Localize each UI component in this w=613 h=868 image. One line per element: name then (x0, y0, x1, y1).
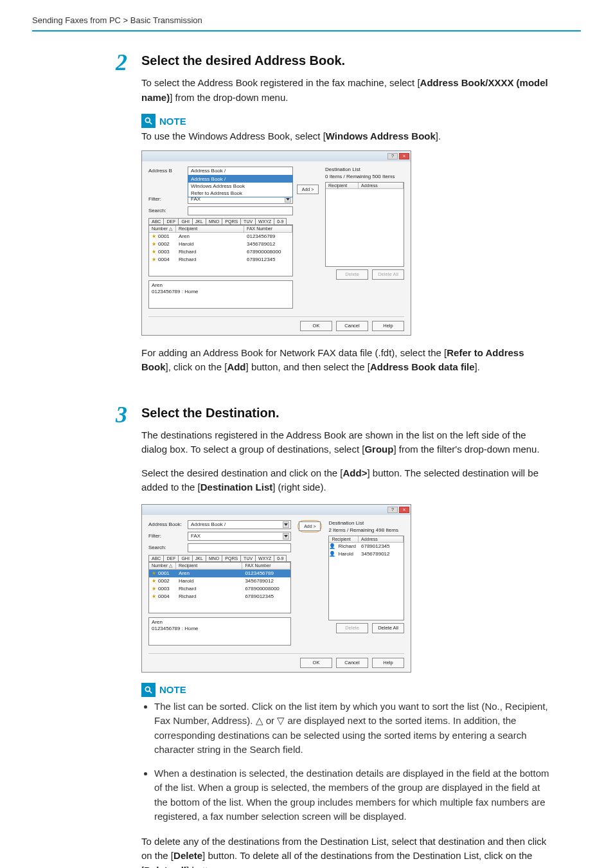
address-book-dropdown-list: Address Book / Windows Address Book Refe… (188, 175, 293, 197)
search-input[interactable] (188, 543, 291, 552)
dropdown-option[interactable]: Windows Address Book (188, 183, 292, 190)
address-book-select[interactable]: Address Book / (188, 167, 293, 176)
list-row[interactable]: ★0001Aren0123456789 (149, 233, 292, 240)
dropdown-option[interactable]: Address Book / (188, 176, 292, 183)
filter-label: Filter: (148, 196, 184, 202)
svg-line-1 (150, 122, 152, 125)
source-list[interactable]: Number △ Recipient FAX Number ★0001Aren0… (148, 225, 293, 276)
detail-panel: Aren 0123456789 : Home (148, 617, 291, 646)
step2-p2: For adding an Address Book for Network F… (141, 346, 553, 375)
tab[interactable]: JKL (193, 218, 206, 224)
cancel-button[interactable]: Cancel (336, 658, 368, 668)
address-book-label: Address B (148, 168, 184, 174)
svg-point-2 (145, 687, 150, 691)
tab[interactable]: PQRS (222, 555, 241, 561)
help-button[interactable]: Help (372, 658, 404, 668)
step2-title: Select the desired Address Book. (141, 53, 553, 68)
address-book-select[interactable]: Address Book / (188, 520, 291, 529)
dest-row[interactable]: Richard6789012345 (329, 543, 404, 550)
tab[interactable]: WXYZ (256, 218, 274, 224)
help-button[interactable]: Help (372, 321, 404, 331)
search-label: Search: (148, 545, 184, 550)
destination-title: Destination List (328, 520, 404, 526)
destination-list[interactable]: Recipient Address (325, 182, 404, 267)
col-number[interactable]: Number △ (149, 226, 176, 232)
tab[interactable]: WXYZ (256, 555, 274, 561)
delete-button[interactable]: Delete (336, 269, 368, 280)
add-button[interactable]: Add > (297, 185, 319, 194)
alpha-tabs: ABC DEF GHI JKL MNO PQRS TUV WXYZ 0-9 (148, 555, 291, 562)
step3-p1: The destinations registered in the Addre… (141, 428, 553, 457)
delete-button[interactable]: Delete (336, 623, 368, 633)
tab[interactable]: TUV (241, 218, 256, 224)
close-button[interactable]: × (399, 507, 409, 513)
col-recipient[interactable]: Recipient (326, 183, 359, 188)
tab[interactable]: GHI (179, 555, 192, 561)
add-button[interactable]: Add > (299, 521, 321, 531)
step-number-2: 2 (116, 51, 131, 384)
col-fax[interactable]: FAX Number (244, 226, 292, 232)
detail-panel: Aren 0123456789 : Home (148, 280, 293, 309)
tab[interactable]: DEF (164, 218, 179, 224)
dropdown-option[interactable]: Refer to Address Book (188, 190, 292, 197)
col-recipient[interactable]: Recipient (176, 226, 244, 232)
list-row[interactable]: ★0002Harold3456789012 (149, 577, 290, 585)
minimize-button[interactable]: ? (387, 153, 398, 159)
step3-p2: Select the desired destination and click… (141, 466, 553, 495)
col-address[interactable]: Address (359, 536, 404, 542)
tab[interactable]: TUV (241, 555, 256, 561)
bullet-item: When a destination is selected, the dest… (154, 766, 553, 824)
list-row[interactable]: ★0002Harold3456789012 (149, 240, 292, 248)
col-number[interactable]: Number △ (149, 563, 176, 569)
close-button[interactable]: × (399, 153, 409, 159)
note-label: NOTE (141, 114, 553, 128)
tab[interactable]: DEF (164, 555, 179, 561)
list-row[interactable]: ★0003Richard678900008000 (149, 585, 290, 593)
destination-title: Destination List (325, 167, 404, 172)
tab[interactable]: JKL (193, 555, 206, 561)
search-input[interactable] (188, 206, 293, 215)
tab[interactable]: PQRS (222, 218, 241, 224)
cancel-button[interactable]: Cancel (336, 321, 368, 331)
step3-p3: To delete any of the destinations from t… (141, 835, 553, 869)
col-address[interactable]: Address (359, 183, 404, 188)
filter-select[interactable]: FAX (188, 532, 291, 541)
list-row[interactable]: ★0004Richard6789012345 (149, 256, 292, 264)
source-list[interactable]: Number △ Recipient FAX Number ★0001Aren0… (148, 562, 291, 613)
tab[interactable]: ABC (148, 555, 164, 561)
tab[interactable]: MNO (206, 218, 222, 224)
delete-all-button[interactable]: Delete All (372, 269, 404, 280)
destination-list[interactable]: Recipient Address Richard6789012345 Haro… (328, 536, 404, 620)
note-icon (141, 114, 155, 128)
address-book-label: Address Book: (148, 521, 184, 527)
note-label: NOTE (141, 683, 553, 697)
list-row[interactable]: ★0004Richard6789012345 (149, 593, 290, 601)
svg-line-3 (150, 691, 152, 693)
tab[interactable]: 0-9 (274, 218, 287, 224)
ok-button[interactable]: OK (300, 658, 332, 668)
svg-point-0 (145, 118, 150, 122)
tab[interactable]: MNO (206, 555, 222, 561)
bullet-item: The list can be sorted. Click on the lis… (154, 700, 553, 757)
dest-row[interactable]: Harold3456789012 (329, 550, 404, 558)
delete-all-button[interactable]: Delete All (372, 623, 404, 633)
ok-button[interactable]: OK (300, 321, 332, 331)
col-recipient[interactable]: Recipient (176, 563, 242, 569)
note-icon (141, 683, 155, 697)
search-label: Search: (148, 208, 184, 213)
filter-label: Filter: (148, 533, 184, 539)
tab[interactable]: 0-9 (274, 555, 287, 561)
note-bullets: The list can be sorted. Click on the lis… (141, 700, 553, 824)
list-row[interactable]: ★0001Aren0123456789 (149, 570, 290, 577)
dialog-address-book-dropdown: ? × Address B Address Book / (141, 150, 411, 336)
col-recipient[interactable]: Recipient (329, 536, 359, 542)
person-icon (329, 543, 334, 548)
tab[interactable]: ABC (148, 218, 164, 224)
list-row[interactable]: ★0003Richard678900008000 (149, 248, 292, 256)
chevron-down-icon (283, 521, 289, 528)
minimize-button[interactable]: ? (387, 507, 398, 513)
alpha-tabs: ABC DEF GHI JKL MNO PQRS TUV WXYZ 0-9 (148, 218, 293, 225)
col-fax[interactable]: FAX Number (242, 563, 290, 569)
tab[interactable]: GHI (179, 218, 192, 224)
destination-count: 2 Items / Remaining 498 Items (328, 527, 404, 533)
